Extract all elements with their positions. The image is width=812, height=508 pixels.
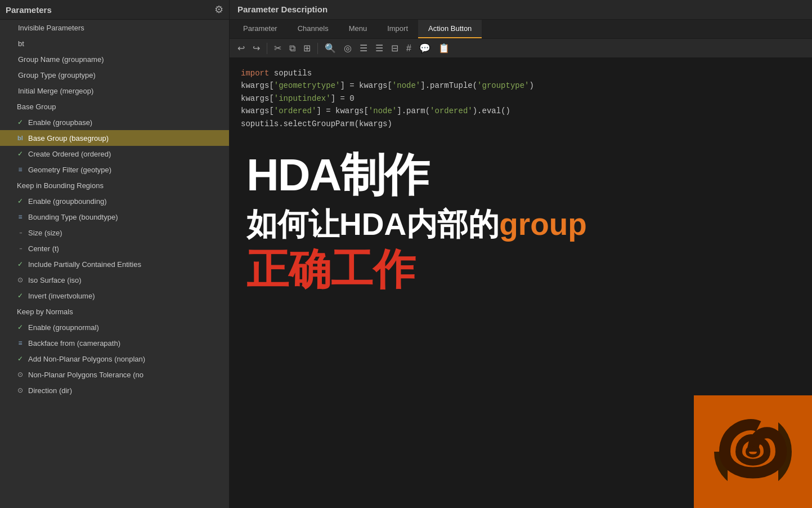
spiral-icon <box>694 395 812 508</box>
person-icon: ⊙ <box>15 386 26 394</box>
search-button[interactable]: 🔍 <box>322 42 338 55</box>
param-item-size[interactable]: ···Size (size) <box>0 225 229 240</box>
param-item-boundtype[interactable]: ≡Bounding Type (boundtype) <box>0 209 229 225</box>
param-label: Center (t) <box>28 244 59 253</box>
import-keyword: import <box>241 69 269 78</box>
code-line-3: kwargs['inputindex'] = 0 <box>241 92 801 105</box>
dash-icon: ··· <box>15 244 26 252</box>
param-item-grouptype[interactable]: Group Type (grouptype) <box>0 67 229 83</box>
subtitle-part2: group <box>499 207 587 242</box>
code-line-2: kwargs['geometrytype'] = kwargs['node'].… <box>241 79 801 92</box>
param-label: Backface from (camerapath) <box>28 339 120 347</box>
param-item-bt[interactable]: bt <box>0 35 229 51</box>
param-item-groupnormal[interactable]: ✓Enable (groupnormal) <box>0 319 229 335</box>
param-item-basegroup[interactable]: blBase Group (basegroup) <box>0 130 229 146</box>
param-label: Enable (groupbase) <box>28 118 92 127</box>
param-item-mergeop[interactable]: Initial Merge (mergeop) <box>0 83 229 99</box>
param-label: Invert (invertvolume) <box>28 292 95 300</box>
tabs-bar: ParameterChannelsMenuImportAction Button <box>230 20 812 39</box>
param-item-groupname[interactable]: Group Name (groupname) <box>0 51 229 67</box>
bookmark-button[interactable]: ☰ <box>373 42 385 55</box>
param-item-geotype[interactable]: ≡Geometry Filter (geotype) <box>0 162 229 177</box>
cut-button[interactable]: ✂ <box>272 42 284 55</box>
right-panel-header: Parameter Description <box>230 0 812 20</box>
param-label: Keep in Bounding Regions <box>17 181 104 190</box>
tab-channels[interactable]: Channels <box>288 20 339 38</box>
param-item-normals_section[interactable]: Keep by Normals <box>0 304 229 319</box>
param-item-no_tolerance[interactable]: ⊙Non-Planar Polygons Tolerance (no <box>0 367 229 382</box>
param-item-dir[interactable]: ⊙Direction (dir) <box>0 382 229 398</box>
param-label: Size (size) <box>28 229 62 237</box>
paste-button[interactable]: ⊞ <box>301 42 313 55</box>
param-label: Enable (groupbounding) <box>28 197 107 206</box>
param-item-invertvolume[interactable]: ✓Invert (invertvolume) <box>0 288 229 304</box>
param-item-partial[interactable]: ✓Include Partially Contained Entities <box>0 256 229 272</box>
check-icon: ✓ <box>15 355 26 363</box>
hash-button[interactable]: # <box>404 42 414 55</box>
param-label: bt <box>18 39 24 48</box>
code-block: import soputils kwargs['geometrytype'] =… <box>230 58 812 139</box>
param-label: Bounding Type (boundtype) <box>28 213 118 221</box>
param-item-nonplan[interactable]: ✓Add Non-Planar Polygons (nonplan) <box>0 351 229 367</box>
check-icon: ✓ <box>15 323 26 331</box>
check-icon: ✓ <box>15 197 26 205</box>
list-button[interactable]: ☰ <box>357 42 370 55</box>
tab-action_button[interactable]: Action Button <box>418 20 482 38</box>
param-item-center[interactable]: ···Center (t) <box>0 240 229 256</box>
param-label: Enable (groupnormal) <box>28 323 99 332</box>
notes-button[interactable]: 📋 <box>436 42 452 55</box>
content-area: import soputils kwargs['geometrytype'] =… <box>230 58 812 508</box>
undo-button[interactable]: ↩ <box>235 42 247 55</box>
sep-2 <box>317 43 318 54</box>
tag-button[interactable]: ⊟ <box>389 42 401 55</box>
param-label: Group Type (grouptype) <box>18 71 96 79</box>
gear-icon[interactable]: ⚙ <box>214 3 223 16</box>
target-button[interactable]: ◎ <box>342 42 354 55</box>
redo-button[interactable]: ↪ <box>250 42 262 55</box>
copy-button[interactable]: ⧉ <box>287 42 298 55</box>
right-panel-title: Parameter Description <box>237 5 328 14</box>
list-icon: bl <box>15 135 26 141</box>
param-item-groupbase[interactable]: ✓Enable (groupbase) <box>0 114 229 130</box>
param-label: Direction (dir) <box>28 386 72 395</box>
check-icon: ✓ <box>15 292 26 300</box>
param-item-bounding_section[interactable]: Keep in Bounding Regions <box>0 177 229 193</box>
big-red-text: 正确工作 <box>246 246 795 293</box>
param-label: Add Non-Planar Polygons (nonplan) <box>28 355 145 363</box>
import-module: soputils <box>274 69 312 78</box>
big-title: HDA制作 <box>246 150 795 200</box>
tab-parameter[interactable]: Parameter <box>233 20 288 38</box>
param-label: Invisible Parameters <box>18 24 84 32</box>
param-label: Include Partially Contained Entities <box>28 260 141 269</box>
list-icon: ≡ <box>15 166 26 173</box>
param-item-iso[interactable]: ⊙Iso Surface (iso) <box>0 272 229 288</box>
param-item-basegroup_section[interactable]: Base Group <box>0 99 229 114</box>
param-label: Group Name (groupname) <box>18 55 104 64</box>
left-panel: Parameters ⚙ Invisible ParametersbtGroup… <box>0 0 230 508</box>
check-icon: ✓ <box>15 260 26 268</box>
param-label: Create Ordered (ordered) <box>28 150 111 158</box>
param-label: Initial Merge (mergeop) <box>18 87 93 95</box>
param-label: Base Group (basegroup) <box>28 134 109 142</box>
param-label: Keep by Normals <box>17 308 73 316</box>
person-icon: ⊙ <box>15 276 26 284</box>
code-line-4: kwargs['ordered'] = kwargs['node'].parm(… <box>241 105 801 117</box>
check-icon: ✓ <box>15 118 26 126</box>
toolbar: ↩ ↪ ✂ ⧉ ⊞ 🔍 ◎ ☰ ☰ ⊟ # 💬 📋 <box>230 39 812 58</box>
param-label: Iso Surface (iso) <box>28 276 82 284</box>
param-item-ordered[interactable]: ✓Create Ordered (ordered) <box>0 146 229 162</box>
param-label: Geometry Filter (geotype) <box>28 166 111 174</box>
param-item-camerapath[interactable]: ≡Backface from (camerapath) <box>0 335 229 351</box>
big-subtitle: 如何让HDA内部的group <box>246 206 795 243</box>
big-text-area: HDA制作 如何让HDA内部的group 正确工作 <box>230 139 812 304</box>
param-item-groupbounding[interactable]: ✓Enable (groupbounding) <box>0 193 229 209</box>
subtitle-part1: 如何让HDA内部的 <box>246 207 499 242</box>
tab-import[interactable]: Import <box>377 20 418 38</box>
tab-menu[interactable]: Menu <box>339 20 378 38</box>
comment-button[interactable]: 💬 <box>417 42 433 55</box>
person-icon: ⊙ <box>15 371 26 378</box>
list-icon: ≡ <box>15 213 26 221</box>
param-item-invisible[interactable]: Invisible Parameters <box>0 20 229 35</box>
code-line-1: import soputils <box>241 67 801 79</box>
dash-icon: ··· <box>15 229 26 237</box>
